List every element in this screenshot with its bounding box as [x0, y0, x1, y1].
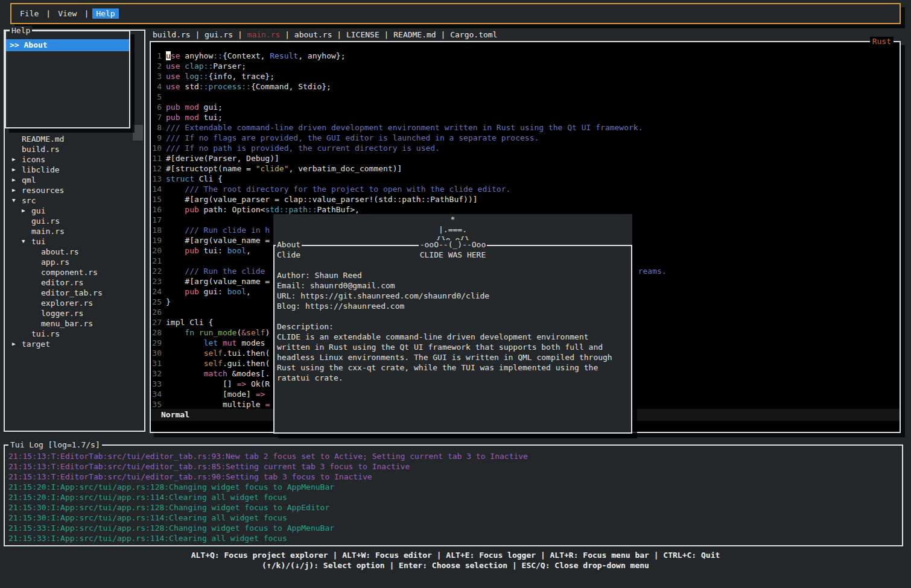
menu-item-help[interactable]: Help — [92, 8, 118, 19]
tab-build-rs[interactable]: build.rs — [153, 30, 191, 39]
explorer-item[interactable]: app.rs — [5, 257, 144, 267]
line-number: 27 — [151, 317, 162, 327]
code-token: , — [246, 246, 251, 255]
explorer-item-label: qml — [22, 175, 36, 185]
explorer-item[interactable]: menu_bar.rs — [5, 318, 144, 329]
explorer-item-label: main.rs — [31, 226, 65, 236]
code-line-text: self.gui.then( — [166, 358, 270, 368]
code-line: 1use anyhow::{Context, Result, anyhow}; — [151, 51, 900, 61]
explorer-scrollbar-thumb[interactable] — [133, 125, 143, 141]
tab-readme-md[interactable]: README.md — [393, 30, 436, 39]
code-token: .tui.then( — [223, 349, 270, 358]
code-line-text: match &modes[. — [166, 368, 270, 379]
help-dropdown-item-about[interactable]: >> About — [6, 39, 129, 51]
explorer-item[interactable]: editor.rs — [5, 277, 144, 288]
help-dropdown: Help >> About — [5, 30, 130, 128]
code-token — [194, 328, 199, 337]
explorer-item-label: app.rs — [41, 257, 69, 267]
tab-separator: | — [379, 30, 393, 39]
code-token: self — [246, 328, 265, 337]
explorer-item[interactable]: about.rs — [5, 247, 144, 257]
line-number: 24 — [151, 286, 162, 297]
about-row: CLIDE is an extendable command-line driv… — [277, 332, 629, 342]
code-token — [218, 338, 223, 347]
code-line: 6pub mod gui; — [151, 102, 900, 112]
explorer-item[interactable]: editor_tab.rs — [5, 288, 144, 298]
log-line: 21:15:20:I:App:src/tui/app.rs:114:Cleari… — [8, 492, 900, 502]
explorer-item[interactable]: explorer.rs — [5, 298, 144, 308]
chevron-right-icon: ▶ — [12, 339, 22, 349]
code-token: tui: — [199, 246, 227, 255]
explorer-item[interactable]: logger.rs — [5, 308, 144, 318]
explorer-item[interactable]: ▶icons — [5, 154, 144, 165]
about-row: Email: shaunrd0@gmail.com — [277, 280, 629, 291]
explorer-item[interactable]: ▼src — [5, 195, 144, 206]
keyboard-hints: ALT+Q: Focus project explorer | ALT+W: F… — [0, 550, 911, 571]
explorer-item-label: target — [22, 339, 50, 349]
line-number: 9 — [151, 133, 162, 143]
tui-log-lines: 21:15:13:T:EditorTab:src/tui/editor_tab.… — [8, 451, 900, 543]
chevron-down-icon: ▼ — [12, 195, 22, 206]
file-tree: README.mdbuild.rs▶icons▶libclide▶qml▶res… — [5, 134, 144, 349]
tab-gui-rs[interactable]: gui.rs — [205, 30, 233, 39]
chevron-right-icon: ▶ — [12, 165, 22, 175]
about-dialog: *|.===.{}o o{} About -ooO--(_)--Ooo Clid… — [273, 214, 632, 434]
code-line-text: multiple = — [166, 399, 270, 409]
line-number: 31 — [151, 358, 162, 368]
explorer-item[interactable]: README.md — [5, 134, 144, 144]
menu-item-file[interactable]: File — [16, 8, 42, 19]
tab-about-rs[interactable]: about.rs — [294, 30, 332, 39]
code-line: 14 /// The root directory for the projec… — [151, 184, 900, 194]
explorer-item[interactable]: component.rs — [5, 267, 144, 277]
line-number: 18 — [151, 225, 162, 235]
explorer-item-label: explorer.rs — [41, 298, 93, 308]
about-row: URL: https://git.shaunreed.com/shaunrd0/… — [277, 291, 629, 301]
code-line-text: self.tui.then( — [166, 348, 270, 358]
tab-cargo-toml[interactable]: Cargo.toml — [450, 30, 497, 39]
explorer-item-label: editor.rs — [41, 277, 83, 288]
code-token: pub — [185, 205, 198, 214]
code-token: struct — [166, 174, 194, 183]
code-line-text: use log::{info, trace}; — [166, 71, 275, 81]
log-line: 21:15:13:T:EditorTab:src/tui/editor_tab.… — [8, 451, 900, 461]
tab-license[interactable]: LICENSE — [346, 30, 379, 39]
about-row — [277, 260, 629, 270]
explorer-item[interactable]: ▶gui — [5, 206, 144, 216]
log-line: 21:15:20:I:App:src/tui/app.rs:128:Changi… — [8, 482, 900, 492]
tui-log-title: Tui Log [log=1.7/s] — [8, 440, 102, 449]
explorer-item[interactable]: ▼tui — [5, 236, 144, 247]
explorer-item[interactable]: ▶resources — [5, 185, 144, 195]
code-token: impl Cli { — [166, 318, 213, 327]
editor-tab-bar: build.rs | gui.rs | main.rs | about.rs |… — [153, 30, 497, 40]
code-token: {Context, — [223, 51, 270, 60]
explorer-item[interactable]: ▶target — [5, 339, 144, 349]
tab-main-rs[interactable]: main.rs — [247, 30, 281, 39]
code-token: /// If no flags are provided, the GUI ed… — [166, 133, 539, 142]
line-number: 14 — [151, 184, 162, 194]
explorer-item[interactable]: ▶qml — [5, 175, 144, 185]
code-token — [166, 328, 185, 337]
code-line-text: #[arg(value_parser = clap::value_parser!… — [166, 194, 478, 204]
explorer-item[interactable]: ▶libclide — [5, 165, 144, 175]
about-row: Description: — [277, 321, 629, 332]
explorer-item[interactable]: gui.rs — [5, 216, 144, 226]
menu-item-view[interactable]: View — [54, 8, 80, 19]
menu-items: File|View|Help — [16, 8, 119, 19]
explorer-item[interactable]: main.rs — [5, 226, 144, 236]
tab-separator: | — [332, 30, 346, 39]
code-line-text: } — [166, 297, 171, 307]
code-token: .gui.then( — [223, 359, 270, 368]
code-token: /// Run the clide — [166, 267, 265, 276]
code-token: bool — [227, 287, 246, 296]
log-line: 21:15:30:I:App:src/tui/app.rs:128:Changi… — [8, 502, 900, 513]
explorer-item[interactable]: tui.rs — [5, 329, 144, 339]
explorer-item-label: menu_bar.rs — [41, 318, 93, 329]
code-line-text: pub mod tui; — [166, 112, 223, 122]
explorer-item-label: logger.rs — [41, 308, 83, 318]
explorer-item-label: about.rs — [41, 247, 79, 257]
code-token: #[arg(value_parser = clap::value_parser!… — [166, 195, 478, 204]
code-token — [166, 205, 185, 214]
log-line: 21:15:33:I:App:src/tui/app.rs:114:Cleari… — [8, 533, 900, 543]
code-line-text: use std::process::{Command, Stdio}; — [166, 81, 331, 92]
explorer-item[interactable]: build.rs — [5, 144, 144, 154]
